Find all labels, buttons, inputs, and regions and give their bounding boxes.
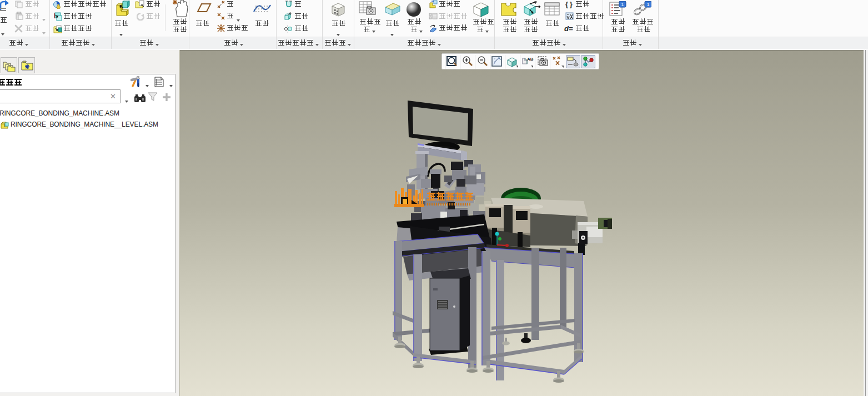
svg-text:AB: AB	[527, 57, 534, 62]
